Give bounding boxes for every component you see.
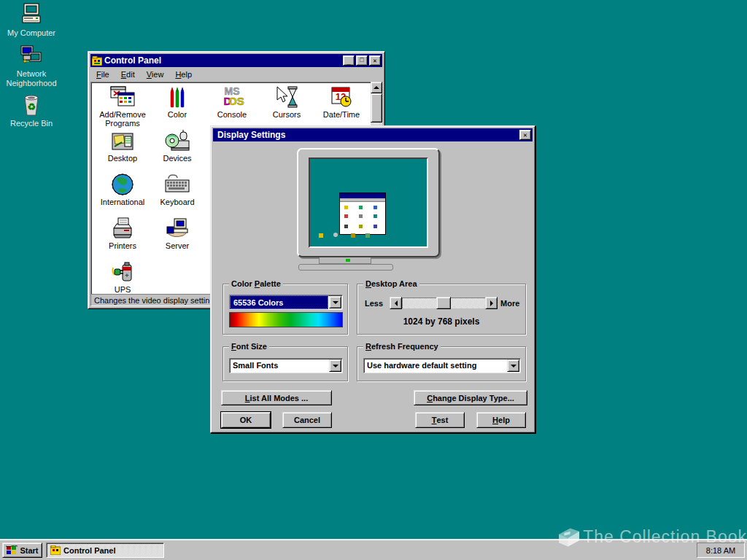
monitor-preview-base — [298, 264, 393, 271]
cancel-button[interactable]: Cancel — [282, 412, 332, 428]
cp-icon-add-remove-programs[interactable]: Add/Remove Programs — [96, 85, 150, 128]
monitor-power-led — [346, 259, 350, 262]
cp-icon-label: Console — [205, 110, 259, 119]
desktop-icon-label: Network Neighborhood — [0, 69, 63, 88]
ok-button[interactable]: OK — [221, 412, 271, 428]
mini-desktop-icon — [365, 233, 370, 238]
devices-icon — [164, 129, 190, 152]
taskbar-clock[interactable]: 8:18 AM — [697, 542, 745, 558]
font-size-combobox[interactable]: Small Fonts — [229, 358, 343, 373]
cp-icon-label: Desktop — [96, 154, 150, 163]
maximize-button[interactable]: □ — [356, 55, 368, 66]
svg-text:♻: ♻ — [27, 101, 36, 112]
mini-desktop-icon — [333, 233, 338, 237]
cp-icon-desktop[interactable]: Desktop — [96, 129, 150, 163]
close-button[interactable]: ✕ — [369, 55, 381, 66]
slider-right-arrow[interactable] — [485, 297, 498, 309]
font-size-group: Font Size Small Fonts — [222, 346, 348, 381]
cp-icon-server[interactable]: Server — [150, 217, 204, 250]
menu-edit[interactable]: Edit — [115, 69, 141, 80]
menu-view[interactable]: View — [141, 69, 170, 80]
list-all-modes-button[interactable]: List All Modes ... — [221, 390, 332, 405]
cp-icon-ups[interactable]: + UPS — [96, 260, 150, 294]
monitor-preview-screen — [309, 158, 428, 248]
color-palette-group: Color Palette 65536 Colors — [222, 284, 348, 335]
desktop-area-slider[interactable] — [390, 297, 498, 309]
windows-logo-icon — [6, 545, 18, 556]
desktop-icon-recycle-bin[interactable]: ♻ Recycle Bin — [0, 93, 63, 128]
font-size-label: Font Size — [229, 342, 269, 351]
monitor-preview-stand — [319, 257, 371, 264]
cp-icon-label: Devices — [150, 154, 204, 163]
cp-icon-label: Printers — [96, 241, 150, 250]
desktop-area-label: Desktop Area — [363, 279, 419, 288]
keyboard-icon — [164, 173, 190, 196]
test-button[interactable]: Test — [415, 412, 465, 428]
color-palette-combobox[interactable]: 65536 Colors — [229, 295, 343, 310]
desktop-icon-my-computer[interactable]: My Computer — [0, 3, 63, 38]
control-panel-titlebar[interactable]: Control Panel _ □ ✕ — [90, 54, 382, 67]
menu-help[interactable]: Help — [169, 69, 198, 80]
date-time-icon: 12 — [329, 85, 354, 109]
my-computer-icon — [19, 3, 44, 26]
desktop-icon-label: My Computer — [0, 28, 63, 38]
refresh-frequency-group: Refresh Frequency Use hardware default s… — [357, 346, 526, 381]
color-palette-value: 65536 Colors — [230, 295, 328, 309]
control-panel-window-icon — [92, 56, 102, 66]
printers-icon — [109, 217, 136, 240]
slider-left-arrow[interactable] — [390, 297, 402, 309]
refresh-frequency-label: Refresh Frequency — [363, 342, 441, 351]
desktop: My Computer Network Neighborhood ♻ Recyc… — [0, 0, 747, 560]
color-depth-gradient-bar — [229, 312, 343, 327]
desktop-settings-icon — [110, 129, 135, 152]
network-neighborhood-icon — [19, 44, 44, 67]
scrollbar-thumb[interactable] — [371, 93, 382, 122]
start-button-label: Start — [20, 546, 38, 555]
cp-icon-label: Server — [150, 241, 204, 250]
cp-icon-label: Add/Remove Programs — [96, 110, 150, 128]
color-icon — [166, 85, 188, 109]
menu-file[interactable]: File — [90, 69, 115, 80]
start-button[interactable]: Start — [2, 542, 42, 558]
desktop-icon-label: Recycle Bin — [0, 119, 63, 128]
cp-icon-date-time[interactable]: 12 Date/Time — [314, 85, 368, 119]
desktop-icon-network-neighborhood[interactable]: Network Neighborhood — [0, 44, 63, 88]
cp-icon-label: International — [96, 198, 150, 206]
display-settings-titlebar[interactable]: Display Settings ✕ — [213, 128, 533, 141]
display-settings-dialog: Display Settings ✕ — [210, 125, 535, 433]
slider-thumb[interactable] — [436, 297, 451, 309]
minimize-button[interactable]: _ — [343, 55, 355, 66]
recycle-bin-icon: ♻ — [20, 93, 42, 117]
taskbar: Start Control Panel 8:18 AM — [0, 540, 747, 560]
cp-icon-color[interactable]: Color — [150, 85, 204, 119]
color-palette-dropdown-button[interactable] — [329, 296, 341, 308]
cp-icon-keyboard[interactable]: Keyboard — [150, 173, 204, 206]
window-title: Control Panel — [104, 55, 341, 66]
cp-icon-console[interactable]: MS D OS Console — [205, 85, 259, 119]
mini-desktop-icon — [319, 233, 323, 238]
desktop-area-more-label: More — [500, 299, 519, 308]
international-icon — [111, 173, 134, 196]
control-panel-menubar: File Edit View Help — [90, 68, 198, 81]
refresh-frequency-combobox[interactable]: Use hardware default setting — [363, 358, 521, 373]
refresh-frequency-dropdown-button[interactable] — [507, 359, 519, 372]
help-button[interactable]: Help — [476, 412, 526, 428]
cp-icon-label: Keyboard — [150, 198, 204, 206]
taskbar-task-control-panel[interactable]: Control Panel — [46, 542, 164, 558]
cp-icon-cursors[interactable]: Cursors — [260, 85, 314, 119]
refresh-frequency-value: Use hardware default setting — [364, 359, 520, 373]
close-icon[interactable]: ✕ — [519, 130, 531, 140]
desktop-area-less-label: Less — [365, 299, 383, 308]
color-palette-label: Color Palette — [229, 279, 283, 288]
change-display-type-button[interactable]: Change Display Type... — [414, 390, 527, 405]
cp-icon-printers[interactable]: Printers — [96, 217, 150, 250]
svg-text:+: + — [125, 272, 128, 279]
cp-icon-label: Cursors — [260, 110, 314, 119]
font-size-dropdown-button[interactable] — [329, 359, 341, 372]
cp-icon-devices[interactable]: Devices — [150, 129, 204, 163]
scrollbar-up-button[interactable] — [371, 82, 382, 93]
clock-text: 8:18 AM — [706, 546, 735, 555]
cp-icon-international[interactable]: International — [96, 173, 150, 206]
monitor-preview-mini-window — [339, 192, 386, 235]
mini-desktop-icon — [351, 233, 355, 238]
